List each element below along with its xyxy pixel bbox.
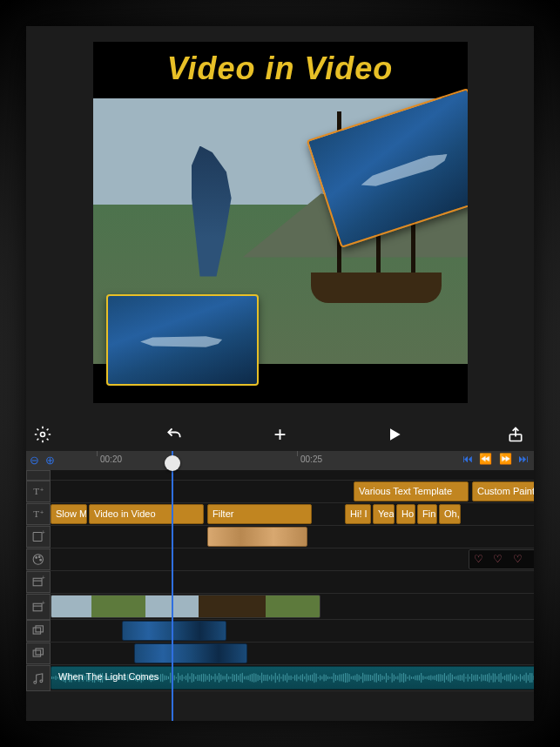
svg-rect-169 (334, 673, 334, 683)
main-video-track[interactable]: + (26, 594, 534, 620)
pip-track-icon[interactable] (26, 643, 51, 664)
timeline-clip[interactable]: When The Light Comes (51, 666, 534, 690)
timeline-ruler[interactable]: ⊖ ⊕ ⏮ ⏪ ⏩ ⏭ 00:2000:25 (26, 451, 534, 470)
svg-rect-183 (361, 676, 361, 679)
audio-track[interactable]: When The Light Comes (26, 665, 534, 691)
svg-rect-223 (438, 674, 439, 681)
overlay-title[interactable]: Video in Video (93, 50, 468, 87)
sticker-track-icon[interactable]: + (26, 526, 51, 548)
svg-rect-90 (179, 676, 180, 680)
svg-rect-97 (193, 674, 194, 682)
svg-rect-153 (302, 674, 303, 682)
undo-button[interactable] (161, 421, 187, 448)
timeline-clip[interactable] (207, 527, 307, 547)
timeline-clip[interactable] (134, 643, 247, 663)
pip-track-1[interactable] (26, 620, 534, 643)
svg-rect-182 (359, 675, 360, 680)
audio-track-icon[interactable] (26, 665, 51, 691)
video-track-icon[interactable]: + (26, 594, 51, 620)
pip-overlay-bottom[interactable] (106, 294, 259, 386)
layer-plus-icon (31, 646, 46, 661)
timeline-clip[interactable]: ♡ ♡ ♡ (469, 549, 534, 569)
video-track-empty[interactable]: + (26, 571, 534, 594)
svg-rect-216 (425, 676, 426, 679)
svg-rect-124 (246, 676, 246, 679)
svg-rect-249 (489, 673, 489, 683)
svg-rect-222 (436, 675, 437, 681)
zoom-out-button[interactable]: ⊖ (30, 454, 39, 467)
timeline-clip[interactable]: Oh, (439, 504, 461, 524)
timeline-clip[interactable]: Various Text Template (354, 481, 469, 501)
text-track-1[interactable]: T+ Various Text TemplateCustom Paint (26, 481, 534, 503)
playhead-knob[interactable] (165, 455, 180, 471)
svg-rect-187 (368, 675, 369, 681)
draw-track-icon[interactable] (26, 548, 51, 570)
text-track-icon[interactable]: T+ (26, 481, 51, 502)
svg-rect-163 (321, 676, 322, 680)
svg-rect-88 (176, 677, 177, 679)
svg-rect-174 (343, 674, 344, 682)
svg-rect-144 (285, 675, 286, 680)
svg-rect-108 (214, 674, 215, 682)
svg-rect-235 (462, 675, 462, 680)
settings-button[interactable] (30, 421, 56, 448)
timeline-clip[interactable]: Yea (373, 504, 395, 524)
timeline-clip[interactable]: Fin (417, 504, 437, 524)
svg-rect-122 (242, 673, 243, 683)
pip-track-icon[interactable] (26, 620, 51, 642)
svg-rect-143 (283, 675, 284, 682)
svg-rect-185 (364, 675, 365, 682)
svg-text:+: + (39, 509, 43, 516)
svg-rect-213 (419, 675, 420, 680)
sticker-track[interactable]: + (26, 526, 534, 548)
svg-rect-271 (531, 673, 532, 683)
timeline[interactable]: T+ Various Text TemplateCustom Paint T+ … (26, 470, 534, 721)
preview-area: Video in Video (26, 26, 534, 418)
svg-rect-209 (411, 676, 412, 679)
svg-rect-248 (487, 674, 488, 681)
svg-rect-184 (362, 673, 363, 683)
timeline-clip[interactable]: Custom Paint (472, 481, 534, 501)
add-button[interactable]: + (267, 421, 293, 448)
preview-canvas[interactable]: Video in Video (93, 42, 468, 403)
timeline-clip[interactable] (51, 595, 320, 618)
svg-rect-220 (432, 676, 433, 679)
video-track-icon[interactable]: + (26, 571, 51, 593)
zoom-in-button[interactable]: ⊕ (45, 454, 55, 467)
timeline-clip[interactable]: Ho (396, 504, 415, 524)
svg-rect-107 (213, 676, 213, 679)
svg-rect-119 (236, 674, 237, 682)
draw-track[interactable]: ♡ ♡ ♡ (26, 548, 534, 571)
timeline-clip[interactable]: Video in Video (89, 504, 204, 524)
svg-rect-101 (201, 674, 202, 681)
svg-rect-110 (219, 673, 219, 683)
svg-text:+: + (42, 529, 45, 535)
svg-rect-255 (501, 673, 502, 683)
undo-icon (165, 426, 183, 443)
svg-rect-93 (186, 676, 186, 680)
pip-track-2[interactable] (26, 643, 534, 665)
timeline-clip[interactable]: Hi! I (345, 504, 371, 524)
svg-rect-178 (351, 676, 352, 680)
svg-rect-228 (448, 675, 449, 682)
play-button[interactable] (381, 421, 408, 448)
text-track-icon[interactable]: T+ (26, 503, 51, 525)
svg-rect-148 (293, 677, 293, 679)
timeline-nav-buttons[interactable]: ⏮ ⏪ ⏩ ⏭ (462, 453, 530, 465)
share-button[interactable] (503, 421, 529, 448)
svg-rect-117 (233, 674, 233, 682)
svg-rect-181 (356, 674, 357, 682)
svg-rect-104 (207, 676, 208, 680)
svg-rect-215 (422, 676, 423, 680)
text-track-2[interactable]: T+ Slow MVideo in VideoFilterHi! IYeaHoF… (26, 503, 534, 526)
svg-rect-269 (528, 675, 529, 681)
svg-point-10 (38, 556, 40, 558)
svg-rect-246 (483, 675, 484, 680)
timeline-clip[interactable]: Slow M (51, 504, 87, 524)
timeline-clip[interactable]: Filter (207, 504, 312, 524)
svg-rect-12 (33, 578, 42, 586)
svg-rect-206 (405, 674, 406, 681)
svg-rect-176 (347, 673, 347, 683)
timeline-clip[interactable] (122, 621, 226, 641)
svg-rect-160 (316, 674, 317, 683)
